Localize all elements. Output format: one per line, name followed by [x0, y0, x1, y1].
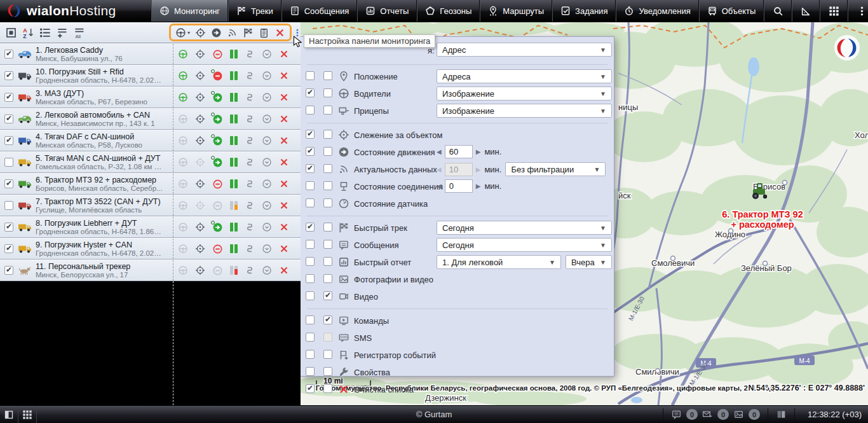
- column2-checkbox[interactable]: [323, 147, 332, 156]
- column1-checkbox[interactable]: [306, 147, 315, 156]
- follow-unit-icon[interactable]: [195, 179, 205, 189]
- follow-unit-icon[interactable]: [195, 49, 205, 59]
- column1-checkbox[interactable]: [306, 181, 315, 190]
- drivers-format-select[interactable]: Изображение▼: [437, 87, 612, 101]
- column2-checkbox[interactable]: [323, 240, 332, 249]
- quick-track-icon[interactable]: [245, 200, 255, 211]
- column1-checkbox[interactable]: [306, 350, 315, 359]
- tab-reports[interactable]: Отчеты: [357, 0, 417, 22]
- photos-icon[interactable]: [733, 409, 744, 420]
- unit-actions-icon[interactable]: [262, 135, 272, 146]
- column2-checkbox[interactable]: [323, 291, 332, 300]
- tools-button[interactable]: [792, 0, 820, 22]
- remove-unit-icon[interactable]: [279, 244, 289, 254]
- column2-checkbox[interactable]: [323, 316, 332, 324]
- accuracy-interval-input[interactable]: [445, 163, 473, 176]
- driver-icon[interactable]: [178, 114, 188, 124]
- connection-state-icon[interactable]: [230, 201, 238, 210]
- follow-unit-icon[interactable]: [195, 265, 205, 275]
- follow-unit-icon[interactable]: [195, 135, 205, 146]
- accuracy-filter-select[interactable]: Без фильтрации▼: [505, 162, 606, 176]
- quick-track-icon[interactable]: [245, 265, 255, 275]
- connection-state-icon[interactable]: [230, 93, 238, 102]
- unit-actions-icon[interactable]: [262, 71, 272, 81]
- unit-info[interactable]: 3. МАЗ (ДУТ)Минская область, Р67, Берези…: [36, 89, 163, 106]
- quick-track-icon[interactable]: [245, 179, 255, 189]
- unit-checkbox[interactable]: [4, 71, 13, 80]
- motion-state-icon[interactable]: [212, 49, 223, 60]
- column1-checkbox[interactable]: [306, 164, 315, 173]
- data-accuracy-icon[interactable]: [227, 27, 238, 38]
- quick-track-icon[interactable]: [245, 92, 255, 102]
- connection-state-icon[interactable]: [230, 244, 238, 253]
- column2-checkbox[interactable]: [323, 130, 332, 139]
- quick-track-icon[interactable]: [245, 49, 255, 59]
- tab-notifications[interactable]: Уведомления: [616, 0, 698, 22]
- unit-row[interactable]: 3. МАЗ (ДУТ)Минская область, Р67, Берези…: [0, 87, 301, 108]
- unit-info[interactable]: 2. Легковой автомобиль + CANМинск, Незав…: [36, 111, 163, 127]
- follow-unit-icon[interactable]: [195, 27, 206, 38]
- unit-row[interactable]: 11. Персональный трекерМинск, Белорусска…: [0, 260, 301, 281]
- column1-checkbox[interactable]: [306, 130, 315, 139]
- follow-unit-icon[interactable]: [195, 114, 205, 124]
- column1-checkbox[interactable]: [306, 367, 315, 376]
- quick-track-icon[interactable]: [245, 157, 255, 167]
- column2-checkbox[interactable]: [323, 367, 332, 376]
- unit-row[interactable]: 8. Погрузчик Liebherr + ДУТГродненская о…: [0, 216, 301, 238]
- motion-interval-input[interactable]: [445, 145, 473, 158]
- unit-info[interactable]: 1. Легковая CaddyМинск, Бабушкина ул., 7…: [36, 46, 163, 62]
- column1-checkbox[interactable]: [306, 384, 315, 393]
- column2-checkbox[interactable]: [323, 274, 332, 283]
- select-all-icon[interactable]: [5, 27, 17, 39]
- unit-actions-icon[interactable]: [262, 244, 272, 254]
- motion-state-icon[interactable]: [212, 114, 223, 125]
- apps-button[interactable]: [820, 0, 848, 22]
- motion-state-icon[interactable]: [211, 27, 222, 38]
- stepper-left-icon[interactable]: ◀: [437, 166, 442, 173]
- column1-checkbox[interactable]: [306, 240, 315, 249]
- motion-state-icon[interactable]: [212, 244, 223, 254]
- column2-checkbox[interactable]: [323, 164, 332, 173]
- unit-row[interactable]: 1. Легковая CaddyМинск, Бабушкина ул., 7…: [0, 43, 301, 65]
- motion-state-icon[interactable]: [212, 135, 223, 146]
- unit-actions-icon[interactable]: [262, 222, 272, 232]
- stepper-right-icon[interactable]: ▶: [476, 183, 481, 190]
- follow-unit-icon[interactable]: [195, 157, 205, 167]
- column2-checkbox[interactable]: [323, 88, 332, 97]
- column1-checkbox[interactable]: [306, 106, 315, 114]
- connection-state-icon[interactable]: [230, 50, 238, 59]
- unit-checkbox[interactable]: [4, 136, 13, 145]
- stepper-right-icon[interactable]: ▶: [476, 148, 481, 155]
- quick-track-icon[interactable]: [245, 114, 255, 124]
- more-menu-button[interactable]: [848, 0, 868, 22]
- column1-checkbox[interactable]: [306, 223, 315, 232]
- unit-info[interactable]: 7. Трактор МТЗ 3522 (CAN + ДУТ)Гуслище, …: [36, 197, 163, 214]
- unit-info[interactable]: 6. Трактор МТЗ 92 + расходомерБорисов, М…: [36, 176, 163, 192]
- toggle-left-panel-button[interactable]: [0, 406, 18, 423]
- column2-checkbox[interactable]: [323, 257, 332, 266]
- driver-icon[interactable]: [178, 71, 188, 81]
- unit-row[interactable]: 10. Погрузчик Still + RfidГродненская об…: [0, 65, 301, 87]
- unit-actions-icon[interactable]: [262, 265, 272, 275]
- column1-checkbox[interactable]: [306, 88, 315, 97]
- connection-interval-input[interactable]: [445, 179, 473, 193]
- unit-actions-icon[interactable]: [262, 49, 272, 59]
- stepper-left-icon[interactable]: ◀: [437, 183, 442, 190]
- clear-list-icon[interactable]: [275, 27, 285, 38]
- tab-jobs[interactable]: Задания: [552, 0, 616, 22]
- connection-state-icon[interactable]: [230, 158, 238, 167]
- driver-icon[interactable]: [178, 179, 188, 189]
- remove-unit-icon[interactable]: [279, 114, 289, 124]
- tab-routes[interactable]: Маршруты: [480, 0, 552, 22]
- remove-unit-icon[interactable]: [279, 49, 289, 59]
- column1-checkbox[interactable]: [306, 316, 315, 324]
- report-template-select[interactable]: 1. Для легковой▼: [437, 255, 561, 269]
- column1-checkbox[interactable]: [306, 291, 315, 300]
- unit-info[interactable]: 8. Погрузчик Liebherr + ДУТГродненская о…: [36, 219, 163, 235]
- quick-track-icon[interactable]: [245, 71, 255, 81]
- quick-track-icon[interactable]: [243, 27, 254, 38]
- driver-icon[interactable]: [178, 49, 188, 59]
- connection-state-icon[interactable]: [230, 266, 238, 275]
- follow-unit-icon[interactable]: [195, 222, 205, 232]
- sort-az-icon[interactable]: [22, 27, 34, 39]
